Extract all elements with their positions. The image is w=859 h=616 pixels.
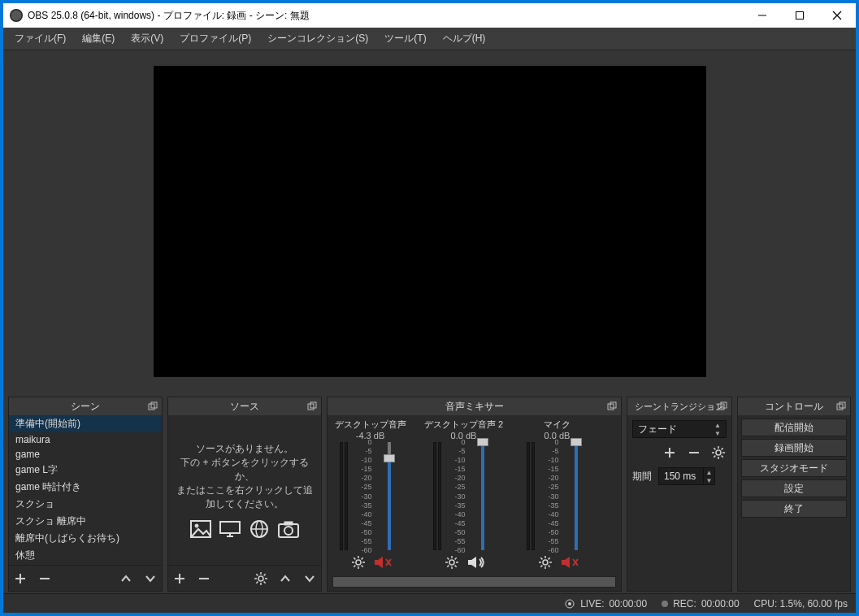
svg-point-12 [195, 524, 198, 527]
transition-select[interactable]: フェード ▲▼ [632, 420, 727, 438]
spinner-arrows-icon[interactable]: ▲▼ [703, 468, 714, 484]
menu-bar: ファイル(F) 編集(E) 表示(V) プロファイル(P) シーンコレクション(… [3, 28, 856, 50]
svg-line-66 [540, 566, 542, 567]
svg-line-33 [256, 581, 258, 583]
scene-item[interactable]: スクショ [9, 496, 162, 513]
slider-knob[interactable] [384, 454, 395, 462]
svg-line-31 [264, 581, 266, 583]
level-meter [527, 442, 543, 550]
start-recording-button[interactable]: 録画開始 [741, 439, 847, 457]
close-button[interactable] [818, 3, 856, 28]
scene-list[interactable]: 準備中(開始前)maikuragamegame L字game 時計付きスクショス… [9, 415, 162, 565]
mixer-popout-icon[interactable] [603, 397, 621, 415]
transitions-title: シーントランジション [635, 401, 724, 413]
preview-canvas[interactable] [154, 66, 706, 377]
mute-icon[interactable] [562, 554, 578, 570]
svg-point-21 [284, 527, 293, 535]
svg-line-81 [722, 456, 723, 458]
level-meter [340, 442, 356, 550]
db-scale: 0-5-10-15-20-25-30-35-40-45-50-55-60 [548, 442, 559, 550]
channel-settings-button[interactable] [444, 554, 460, 570]
settings-button[interactable]: 設定 [741, 479, 847, 497]
duration-input[interactable]: 150 ms ▲▼ [658, 467, 715, 485]
scenes-popout-icon[interactable] [144, 397, 162, 415]
volume-slider[interactable] [377, 442, 401, 550]
source-add-button[interactable] [171, 570, 188, 587]
scene-item[interactable]: maikura [9, 432, 162, 447]
scene-up-button[interactable] [118, 570, 134, 587]
menu-scenecollection[interactable]: シーンコレクション(S) [259, 28, 376, 49]
scene-item[interactable]: 準備中(開始前) [9, 415, 162, 432]
transitions-popout-icon[interactable] [714, 397, 731, 415]
svg-line-43 [361, 557, 362, 559]
transition-add-button[interactable] [662, 445, 678, 461]
mute-icon[interactable] [375, 554, 391, 570]
sources-popout-icon[interactable] [303, 397, 321, 415]
scene-add-button[interactable] [12, 570, 28, 587]
db-scale: 0-5-10-15-20-25-30-35-40-45-50-55-60 [361, 442, 372, 550]
sources-title: ソース [230, 400, 259, 414]
svg-marker-57 [468, 557, 476, 568]
controls-dock: コントロール 配信開始 録画開始 スタジオモード 設定 終了 [737, 397, 851, 592]
source-settings-button[interactable] [253, 570, 269, 587]
scene-item[interactable]: game L字 [9, 462, 162, 479]
source-down-button[interactable] [302, 570, 318, 587]
mixer-scrollbar[interactable] [332, 576, 616, 588]
menu-profile[interactable]: プロファイル(P) [171, 28, 259, 49]
broadcast-icon [564, 598, 575, 609]
db-scale: 0-5-10-15-20-25-30-35-40-45-50-55-60 [454, 442, 466, 550]
studio-mode-button[interactable]: スタジオモード [741, 459, 847, 477]
slider-knob[interactable] [570, 438, 582, 446]
controls-popout-icon[interactable] [832, 397, 850, 415]
sources-dock: ソース ソースがありません。 下の + ボタンをクリックするか、 またはここを右… [167, 397, 322, 592]
scene-item[interactable]: game 時計付き [9, 479, 162, 496]
status-live: LIVE:00:00:00 [564, 598, 647, 609]
duration-label: 期間 [632, 470, 652, 484]
svg-line-42 [361, 566, 362, 567]
minimize-button[interactable] [744, 3, 781, 28]
source-up-button[interactable] [277, 570, 293, 587]
status-cpu: CPU: 1.5%, 60.00 fps [754, 598, 848, 609]
speaker-icon[interactable] [468, 554, 484, 570]
svg-point-25 [258, 576, 263, 581]
volume-slider[interactable] [564, 442, 588, 550]
scene-remove-button[interactable] [37, 570, 53, 587]
transition-settings-button[interactable] [710, 445, 727, 461]
svg-line-32 [264, 574, 266, 575]
scene-item[interactable]: スクショ 離席中 [9, 513, 162, 530]
svg-marker-45 [375, 557, 383, 568]
exit-button[interactable]: 終了 [741, 500, 847, 518]
scene-item[interactable]: game [9, 447, 162, 462]
scene-item[interactable]: 離席中(しばらくお待ち) [9, 530, 162, 547]
transition-remove-button[interactable] [686, 445, 702, 461]
channel-settings-button[interactable] [350, 554, 367, 570]
svg-line-53 [447, 557, 449, 559]
window-title: OBS 25.0.8 (64-bit, windows) - プロファイル: 録… [28, 9, 310, 23]
channel-name: デスクトップ音声 [335, 419, 406, 431]
record-dot-icon [662, 601, 668, 607]
image-source-icon [189, 519, 212, 539]
status-bar: LIVE:00:00:00 REC:00:00:00 CPU: 1.5%, 60… [3, 593, 856, 613]
svg-line-41 [354, 557, 355, 559]
menu-help[interactable]: ヘルプ(H) [435, 28, 494, 49]
start-streaming-button[interactable]: 配信開始 [741, 419, 847, 436]
volume-slider[interactable] [471, 442, 495, 550]
scene-down-button[interactable] [142, 570, 158, 587]
slider-knob[interactable] [477, 438, 488, 446]
level-meter [433, 442, 449, 550]
svg-line-56 [447, 566, 449, 567]
menu-view[interactable]: 表示(V) [123, 28, 171, 49]
svg-line-55 [454, 557, 456, 559]
channel-name: デスクトップ音声 2 [424, 419, 503, 431]
maximize-button[interactable] [781, 3, 818, 28]
scene-item[interactable]: 休憩 [9, 547, 162, 564]
source-remove-button[interactable] [196, 570, 212, 587]
status-rec: REC:00:00:00 [662, 598, 739, 609]
mixer-channel: デスクトップ音声 20.0 dB0-5-10-15-20-25-30-35-40… [429, 419, 498, 575]
svg-line-44 [354, 566, 355, 567]
scene-item[interactable]: 終了時 [9, 564, 162, 565]
channel-settings-button[interactable] [537, 554, 553, 570]
menu-edit[interactable]: 編集(E) [74, 28, 123, 49]
menu-tools[interactable]: ツール(T) [376, 28, 434, 49]
menu-file[interactable]: ファイル(F) [7, 28, 74, 49]
